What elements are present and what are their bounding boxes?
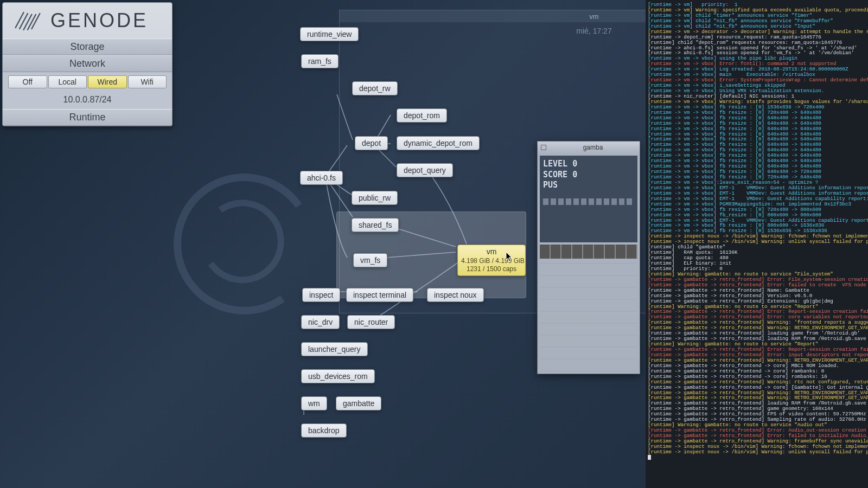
net-local-button[interactable]: Local [48, 75, 87, 88]
vm-mem: 4.198 GiB / 4.199 GiB [461, 257, 522, 265]
network-ip: 10.0.0.87/24 [3, 92, 172, 109]
node-depot-rw[interactable]: depot_rw [352, 81, 398, 95]
storage-header[interactable]: Storage [3, 38, 172, 55]
game-level: LEVEL 0 [543, 159, 634, 170]
runtime-header[interactable]: Runtime [3, 109, 172, 126]
control-panel: GENODE Storage Network Off Local Wired W… [2, 2, 173, 126]
log-terminal[interactable]: [runtime -> vm] priority: 1 [runtime -> … [646, 0, 868, 488]
network-header[interactable]: Network [3, 55, 172, 72]
game-grid [540, 263, 637, 371]
node-runtime-view[interactable]: runtime_view [300, 27, 359, 41]
cancel-button[interactable]: Cancelar [353, 279, 381, 287]
node-vm-fs[interactable]: vm_fs [353, 253, 387, 267]
node-shared-fs[interactable]: shared_fs [352, 218, 399, 232]
node-inspect[interactable]: inspect [302, 288, 340, 302]
node-depot-rom[interactable]: depot_rom [397, 108, 447, 123]
game-score: SCORE 0 [543, 170, 634, 181]
node-depot[interactable]: depot [355, 136, 388, 150]
vm-name: vm [461, 247, 522, 257]
node-nic-router[interactable]: nic_router [347, 315, 395, 329]
node-vm-selected[interactable]: vm 4.198 GiB / 4.199 GiB 1231 / 1500 cap… [457, 245, 526, 276]
net-off-button[interactable]: Off [8, 75, 47, 88]
node-dynamic-depot-rom[interactable]: dynamic_depot_rom [397, 136, 480, 150]
node-backdrop[interactable]: backdrop [301, 423, 347, 438]
node-wm[interactable]: wm [301, 396, 327, 410]
genode-logo-icon [12, 10, 43, 31]
game-screen: LEVEL 0 SCORE 0 PUS [540, 156, 637, 242]
node-inspect-noux[interactable]: inspect noux [427, 288, 484, 302]
gambatte-close-icon[interactable] [541, 145, 546, 150]
node-public-rw[interactable]: public_rw [352, 191, 398, 205]
node-depot-query[interactable]: depot_query [397, 163, 453, 177]
node-ram-fs[interactable]: ram_fs [301, 54, 339, 68]
debian-swirl-backdrop [162, 162, 326, 325]
node-ahci[interactable]: ahci-0.fs [300, 171, 343, 185]
vm-window-title: vm [589, 12, 598, 21]
vm-caps: 1231 / 1500 caps [461, 265, 522, 273]
gambatte-window[interactable]: gamba LEVEL 0 SCORE 0 PUS [537, 141, 640, 374]
node-usb-devices-rom[interactable]: usb_devices_rom [301, 369, 375, 383]
genode-logo: GENODE [3, 3, 172, 38]
game-blocks [540, 245, 637, 259]
net-wifi-button[interactable]: Wifi [128, 75, 167, 88]
gambatte-title: gamba [550, 144, 636, 151]
vm-clock: mié, 17:27 [576, 27, 611, 35]
network-mode-buttons: Off Local Wired Wifi [3, 72, 172, 92]
net-wired-button[interactable]: Wired [88, 75, 127, 88]
game-push: PUS [543, 180, 634, 191]
node-inspect-terminal[interactable]: inspect terminal [346, 288, 413, 302]
node-gambatte[interactable]: gambatte [336, 396, 381, 410]
brand-text: GENODE [50, 9, 148, 32]
node-nic-drv[interactable]: nic_drv [301, 315, 340, 329]
node-launcher-query[interactable]: launcher_query [301, 342, 368, 356]
